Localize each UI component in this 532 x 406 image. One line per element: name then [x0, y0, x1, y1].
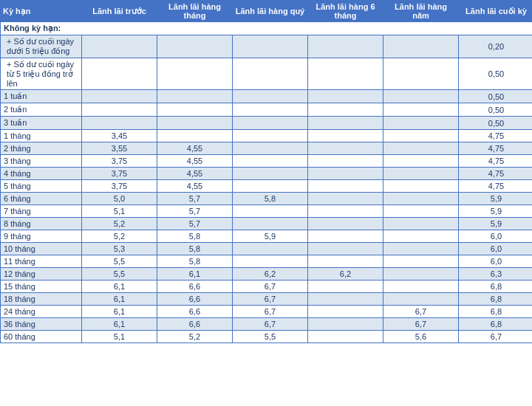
rate-cell: 6,1 [157, 268, 233, 281]
rate-cell [157, 35, 233, 58]
rate-cell [233, 58, 308, 90]
rate-cell [383, 205, 459, 218]
rate-cell [383, 230, 459, 243]
rate-cell: 6,6 [157, 318, 233, 331]
table-row: 4 tháng3,754,554,75 [1, 168, 533, 180]
rate-cell [233, 218, 308, 230]
rate-cell: 5,5 [82, 255, 157, 268]
rate-cell: 5,0 [82, 193, 157, 205]
kyhan-label: 4 tháng [1, 168, 82, 180]
rate-cell [157, 117, 233, 130]
rate-cell [308, 180, 383, 193]
rate-cell: 6,2 [233, 268, 308, 281]
rate-cell: 3,45 [82, 130, 157, 142]
rate-cell: 4,75 [459, 155, 533, 168]
table-row: 6 tháng5,05,75,85,9 [1, 193, 533, 205]
rate-cell: 4,75 [459, 142, 533, 155]
rate-cell [157, 58, 233, 90]
rate-cell: 6,0 [459, 243, 533, 255]
kyhan-label: + Số dư cuối ngày dưới 5 triệu đồng [1, 35, 82, 58]
rate-cell: 6,3 [459, 268, 533, 281]
table-row: 36 tháng6,16,66,76,76,8 [1, 318, 533, 331]
kyhan-label: 60 tháng [1, 331, 82, 343]
rate-cell [308, 218, 383, 230]
kyhan-label: 6 tháng [1, 193, 82, 205]
rate-cell [157, 130, 233, 142]
rate-cell [308, 193, 383, 205]
kyhan-label: 5 tháng [1, 180, 82, 193]
table-row: 2 tháng3,554,554,75 [1, 142, 533, 155]
rate-cell [308, 243, 383, 255]
rate-cell [383, 281, 459, 293]
kyhan-label: + Số dư cuối ngày từ 5 triệu đồng trở lê… [1, 58, 82, 90]
rate-cell [383, 180, 459, 193]
kyhan-label: 3 tháng [1, 155, 82, 168]
table-row: 60 tháng5,15,25,55,66,7 [1, 331, 533, 343]
rate-cell: 3,75 [82, 180, 157, 193]
kyhan-label: 11 tháng [1, 255, 82, 268]
rate-cell [308, 331, 383, 343]
rate-cell [383, 103, 459, 117]
rate-cell [308, 168, 383, 180]
rate-cell [233, 155, 308, 168]
rate-cell [82, 35, 157, 58]
rate-cell: 6,1 [82, 293, 157, 306]
rate-cell [233, 168, 308, 180]
rate-cell: 6,6 [157, 281, 233, 293]
rate-cell: 6,7 [383, 306, 459, 318]
rate-cell: 5,9 [459, 205, 533, 218]
rate-cell: 6,7 [233, 318, 308, 331]
rate-cell [308, 318, 383, 331]
rate-cell [383, 193, 459, 205]
rate-cell: 6,7 [233, 293, 308, 306]
rate-cell: 6,0 [459, 230, 533, 243]
rate-cell [233, 180, 308, 193]
rate-cell [383, 90, 459, 103]
header-lanh-lai-nam: Lãnh lãi hàng năm [383, 1, 459, 22]
rate-cell [82, 117, 157, 130]
rate-cell [82, 90, 157, 103]
rate-cell: 3,75 [82, 155, 157, 168]
table-row: 1 tháng3,454,75 [1, 130, 533, 142]
rate-cell: 0,50 [459, 90, 533, 103]
table-row: 24 tháng6,16,66,76,76,8 [1, 306, 533, 318]
kyhan-label: 10 tháng [1, 243, 82, 255]
rate-cell: 4,75 [459, 180, 533, 193]
rate-cell: 6,1 [82, 281, 157, 293]
rate-cell: 6,0 [459, 255, 533, 268]
rate-cell [308, 306, 383, 318]
rate-cell: 4,55 [157, 142, 233, 155]
rate-cell: 0,20 [459, 35, 533, 58]
table-row: 8 tháng5,25,75,9 [1, 218, 533, 230]
header-lanh-lai-thang: Lãnh lãi hàng tháng [157, 1, 233, 22]
header-kyhan: Kỳ hạn [1, 1, 82, 22]
rate-cell: 6,8 [459, 293, 533, 306]
rate-cell [308, 155, 383, 168]
table-row: 12 tháng5,56,16,26,26,3 [1, 268, 533, 281]
rate-cell: 6,7 [383, 318, 459, 331]
rate-cell [82, 58, 157, 90]
table-row: 11 tháng5,55,86,0 [1, 255, 533, 268]
header-lanh-lai-quy: Lãnh lãi hàng quý [233, 1, 308, 22]
rate-cell [308, 281, 383, 293]
kyhan-label: 2 tháng [1, 142, 82, 155]
rate-cell [308, 142, 383, 155]
rate-cell [82, 103, 157, 117]
rate-cell [308, 130, 383, 142]
table-row: + Số dư cuối ngày từ 5 triệu đồng trở lê… [1, 58, 533, 90]
rate-cell [383, 142, 459, 155]
kyhan-label: 9 tháng [1, 230, 82, 243]
rate-cell [233, 255, 308, 268]
rate-cell: 5,2 [82, 230, 157, 243]
rate-cell [383, 268, 459, 281]
kyhan-label: 36 tháng [1, 318, 82, 331]
rate-cell: 6,7 [233, 306, 308, 318]
rate-cell: 5,9 [459, 193, 533, 205]
rate-cell [383, 255, 459, 268]
rate-cell [308, 255, 383, 268]
rate-cell: 5,2 [157, 331, 233, 343]
table-row: 7 tháng5,15,75,9 [1, 205, 533, 218]
rate-cell: 4,55 [157, 155, 233, 168]
rate-cell [233, 117, 308, 130]
rate-cell [233, 35, 308, 58]
